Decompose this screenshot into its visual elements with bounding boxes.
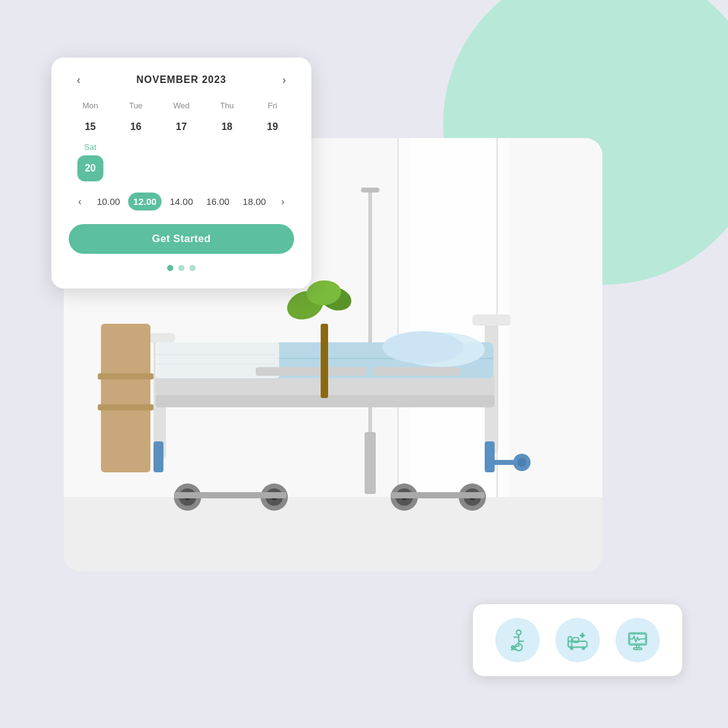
day-number-20[interactable]: 20 bbox=[77, 155, 103, 181]
day-number-19[interactable]: 19 bbox=[259, 114, 285, 140]
svg-rect-49 bbox=[98, 404, 154, 410]
day-name-fri: Fri bbox=[268, 101, 277, 110]
day-col-mon: Mon 15 bbox=[69, 101, 112, 140]
day-number-18[interactable]: 18 bbox=[214, 114, 240, 140]
svg-point-50 bbox=[516, 630, 521, 635]
icon-circle-monitor[interactable] bbox=[615, 618, 660, 662]
svg-rect-48 bbox=[98, 373, 154, 379]
svg-rect-59 bbox=[580, 635, 585, 636]
time-next-button[interactable]: › bbox=[274, 193, 292, 210]
dot-2[interactable] bbox=[178, 265, 184, 271]
time-prev-button[interactable]: ‹ bbox=[71, 193, 89, 210]
svg-rect-24 bbox=[485, 441, 495, 472]
calendar-card: ‹ NOVEMBER 2023 › Mon 15 Tue 16 Wed 17 T… bbox=[51, 58, 311, 288]
svg-rect-21 bbox=[256, 367, 367, 376]
day-name-tue: Tue bbox=[129, 101, 142, 110]
svg-rect-8 bbox=[365, 432, 376, 494]
svg-rect-37 bbox=[174, 492, 287, 498]
svg-rect-43 bbox=[321, 324, 328, 398]
svg-rect-23 bbox=[154, 441, 163, 472]
dot-1[interactable] bbox=[167, 265, 173, 271]
svg-rect-63 bbox=[633, 648, 641, 649]
day-name-wed: Wed bbox=[173, 101, 190, 110]
day-number-16[interactable]: 16 bbox=[123, 114, 149, 140]
icon-circle-hospital-bed[interactable] bbox=[555, 618, 600, 662]
svg-rect-47 bbox=[101, 324, 150, 472]
monitor-heart-icon bbox=[626, 628, 649, 652]
day-name-mon: Mon bbox=[82, 101, 98, 110]
svg-rect-7 bbox=[361, 188, 379, 193]
day-name-thu: Thu bbox=[220, 101, 233, 110]
svg-rect-10 bbox=[472, 314, 511, 326]
svg-rect-22 bbox=[373, 367, 460, 376]
calendar-prev-button[interactable]: ‹ bbox=[69, 70, 89, 90]
svg-rect-38 bbox=[391, 492, 485, 498]
calendar-header: ‹ NOVEMBER 2023 › bbox=[69, 70, 294, 90]
time-slot-18[interactable]: 18.00 bbox=[238, 193, 271, 210]
svg-point-17 bbox=[383, 331, 463, 363]
day-col-fri: Fri 19 bbox=[251, 101, 294, 140]
day-col-thu: Thu 18 bbox=[206, 101, 249, 140]
icons-card bbox=[472, 604, 683, 677]
time-slot-14[interactable]: 14.00 bbox=[165, 193, 198, 210]
time-slot-10[interactable]: 10.00 bbox=[92, 193, 125, 210]
calendar-days-grid: Mon 15 Tue 16 Wed 17 Thu 18 Fri 19 Sat 2… bbox=[69, 101, 294, 181]
wheelchair-icon bbox=[506, 628, 529, 652]
time-row: ‹ 10.00 12.00 14.00 16.00 18.00 › bbox=[69, 193, 294, 210]
get-started-button[interactable]: Get Started bbox=[69, 224, 294, 254]
day-name-sat: Sat bbox=[84, 142, 97, 152]
main-container: ‹ NOVEMBER 2023 › Mon 15 Tue 16 Wed 17 T… bbox=[39, 39, 689, 689]
icon-circle-wheelchair[interactable] bbox=[495, 618, 540, 662]
pagination-dots bbox=[69, 265, 294, 271]
day-number-15[interactable]: 15 bbox=[77, 114, 103, 140]
time-slot-12[interactable]: 12.00 bbox=[128, 193, 162, 210]
day-number-17[interactable]: 17 bbox=[168, 114, 194, 140]
svg-rect-5 bbox=[64, 497, 602, 571]
dot-3[interactable] bbox=[189, 265, 196, 271]
svg-point-57 bbox=[582, 647, 585, 650]
svg-point-56 bbox=[570, 647, 573, 650]
calendar-month-title: NOVEMBER 2023 bbox=[136, 74, 227, 85]
hospital-bed-icon bbox=[566, 628, 589, 652]
day-col-sat: Sat 20 bbox=[69, 142, 112, 181]
svg-point-41 bbox=[518, 458, 526, 467]
day-col-wed: Wed 17 bbox=[160, 101, 203, 140]
time-slot-16[interactable]: 16.00 bbox=[201, 193, 235, 210]
calendar-next-button[interactable]: › bbox=[274, 70, 294, 90]
day-col-tue: Tue 16 bbox=[115, 101, 158, 140]
